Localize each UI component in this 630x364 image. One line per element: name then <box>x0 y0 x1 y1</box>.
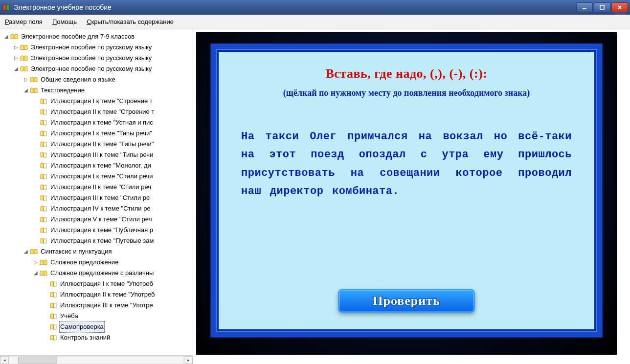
tree-expander-closed-icon[interactable]: ▷ <box>13 42 20 53</box>
tree-node[interactable]: ◢Электронное пособие по русскому языку <box>2 64 193 74</box>
scroll-left-icon[interactable]: ◂ <box>0 356 9 364</box>
book-page-icon <box>40 120 47 126</box>
tree-node[interactable]: Иллюстрация к теме "Устная и пис <box>2 117 193 128</box>
svg-rect-32 <box>54 336 57 340</box>
tree-node-label: Электронное пособие по русскому языку <box>30 42 153 53</box>
toc-tree[interactable]: ◢Электронное пособие для 7-9 классов▷Эле… <box>0 29 193 345</box>
window-maximize-button[interactable] <box>594 2 610 12</box>
svg-rect-27 <box>54 282 57 286</box>
tree-node-label: Сложное предложение <box>49 257 119 268</box>
tree-node-label: Электронное пособие по русскому языку <box>30 53 153 64</box>
book-open-icon <box>20 44 28 50</box>
window-minimize-button[interactable] <box>576 2 593 12</box>
tree-node[interactable]: ▷Сложное предложение <box>2 257 193 268</box>
exercise-heading: Вставь, где надо, (,), (-), (:): <box>325 66 487 81</box>
sidebar-horizontal-scrollbar[interactable]: ◂ ▸ <box>0 355 193 364</box>
tree-node[interactable]: Иллюстрация III к теме "Типы речи <box>2 150 193 160</box>
tree-node[interactable]: Иллюстрация III к теме "Стили ре <box>2 193 193 203</box>
tree-expander-closed-icon[interactable]: ▷ <box>13 53 20 64</box>
scroll-right-icon[interactable]: ▸ <box>184 356 193 364</box>
tree-node-label: Иллюстрация I к теме "Строение т <box>49 96 154 107</box>
svg-rect-18 <box>44 185 47 190</box>
exercise-body[interactable]: На такси Олег примчался на вокзал но всё… <box>236 128 577 201</box>
tree-node-label: Иллюстрация I к теме "Употреб <box>59 278 154 289</box>
tree-node-label: Контроль знаний <box>59 332 111 343</box>
book-page-icon <box>40 109 47 115</box>
tree-node[interactable]: Иллюстрация II к теме "Стили реч <box>2 182 193 193</box>
tree-node[interactable]: ◢Синтаксис и пунктуация <box>2 246 193 257</box>
tree-node[interactable]: Иллюстрация к теме "Монолог, ди <box>2 160 193 171</box>
book-open-icon <box>10 34 18 40</box>
tree-node[interactable]: Иллюстрация II к теме "Употреб <box>2 289 193 300</box>
tree-node[interactable]: Иллюстрация V к теме "Стили реч <box>2 214 193 225</box>
book-open-icon <box>20 66 28 72</box>
tree-expander-open-icon[interactable]: ◢ <box>32 268 39 278</box>
book-page-icon <box>40 206 47 212</box>
book-page-icon <box>40 184 47 190</box>
tree-node-label: Иллюстрация V к теме "Стили реч <box>49 214 153 225</box>
menu-item-toggle-toc[interactable]: Скрыть/показать содержание <box>87 18 174 25</box>
svg-rect-23 <box>44 239 47 243</box>
tree-node[interactable]: Контроль знаний <box>2 332 193 343</box>
tree-node[interactable]: Учёба <box>2 311 193 321</box>
tree-node[interactable]: ◢Электронное пособие для 7-9 классов <box>2 31 193 42</box>
tree-node-label: Учёба <box>59 311 79 321</box>
tree-node[interactable]: Иллюстрация I к теме "Стили речи <box>2 171 193 182</box>
tree-expander-open-icon[interactable]: ◢ <box>22 85 29 96</box>
tree-node-label: Сложное предложение с различны <box>49 268 155 278</box>
tree-node[interactable]: Иллюстрация II к теме "Строение т <box>2 107 193 117</box>
check-button[interactable]: Проверить <box>338 289 475 313</box>
tree-node[interactable]: ◢Текстоведение <box>2 85 193 96</box>
tree-node-label: Иллюстрация II к теме "Строение т <box>49 107 155 117</box>
tree-node[interactable]: Иллюстрация к теме "Путевые зам <box>2 236 193 246</box>
tree-node[interactable]: Иллюстрация I к теме "Употреб <box>2 278 193 289</box>
book-open-icon <box>40 259 47 265</box>
book-page-icon <box>49 281 57 287</box>
svg-rect-14 <box>44 142 47 147</box>
menu-item-field-size[interactable]: Размер поля <box>5 18 43 25</box>
book-page-icon <box>40 130 47 136</box>
svg-rect-20 <box>44 207 47 211</box>
menu-item-help[interactable]: Помощь <box>52 18 77 25</box>
toc-sidebar: ◢Электронное пособие для 7-9 классов▷Эле… <box>0 29 193 364</box>
book-open-icon <box>30 249 38 255</box>
tree-node[interactable]: Иллюстрация I к теме "Типы речи" <box>2 128 193 139</box>
tree-expander-closed-icon[interactable]: ▷ <box>32 257 39 268</box>
tree-expander-closed-icon[interactable]: ▷ <box>22 74 29 85</box>
tree-node-label: Иллюстрация I к теме "Типы речи" <box>49 128 153 139</box>
tree-node-label: Иллюстрация к теме "Устная и пис <box>49 117 154 128</box>
svg-rect-29 <box>54 303 57 308</box>
tree-node[interactable]: ◢Сложное предложение с различны <box>2 268 193 278</box>
tree-node[interactable]: Иллюстрация III к теме "Употре <box>2 300 193 311</box>
svg-rect-3 <box>600 5 604 9</box>
svg-rect-31 <box>54 325 57 329</box>
window-close-button[interactable] <box>611 2 628 12</box>
tree-node[interactable]: Иллюстрация к теме "Публичная р <box>2 225 193 236</box>
book-page-icon <box>40 173 47 179</box>
svg-rect-11 <box>44 110 47 114</box>
svg-rect-0 <box>3 4 6 10</box>
tree-node[interactable]: Иллюстрация IV к теме "Стили ре <box>2 203 193 214</box>
tree-expander-open-icon[interactable]: ◢ <box>22 246 29 257</box>
tree-expander-open-icon[interactable]: ◢ <box>3 31 10 42</box>
tree-node-label: Иллюстрация III к теме "Стили ре <box>49 193 151 203</box>
tree-node[interactable]: Иллюстрация I к теме "Строение т <box>2 96 193 107</box>
tree-node[interactable]: ▷Электронное пособие по русскому языку <box>2 42 193 53</box>
tree-node-label: Иллюстрация к теме "Публичная р <box>49 225 154 236</box>
tree-node[interactable]: ▷Общие сведения о языке <box>2 74 193 85</box>
svg-rect-16 <box>44 164 47 168</box>
window-titlebar: Электронное учебное пособие <box>0 0 630 15</box>
scroll-thumb[interactable] <box>18 357 57 364</box>
content-stage-wrapper: Вставь, где надо, (,), (-), (:): (щёлкай… <box>193 29 630 364</box>
tree-expander-open-icon[interactable]: ◢ <box>13 64 20 74</box>
tree-node[interactable]: Самопроверка <box>2 321 193 332</box>
tree-node-label: Иллюстрация II к теме "Стили реч <box>49 182 152 193</box>
tree-node-label: Иллюстрация I к теме "Стили речи <box>49 171 154 182</box>
scroll-track[interactable] <box>9 356 184 364</box>
exercise-subheading: (щёлкай по нужному месту до появления не… <box>283 88 530 98</box>
book-page-icon <box>40 238 47 244</box>
tree-node[interactable]: ▷Электронное пособие по русскому языку <box>2 53 193 64</box>
tree-node[interactable]: Иллюстрация II к теме "Типы речи" <box>2 139 193 150</box>
book-page-icon <box>49 335 57 341</box>
tree-node-label: Текстоведение <box>40 85 86 96</box>
